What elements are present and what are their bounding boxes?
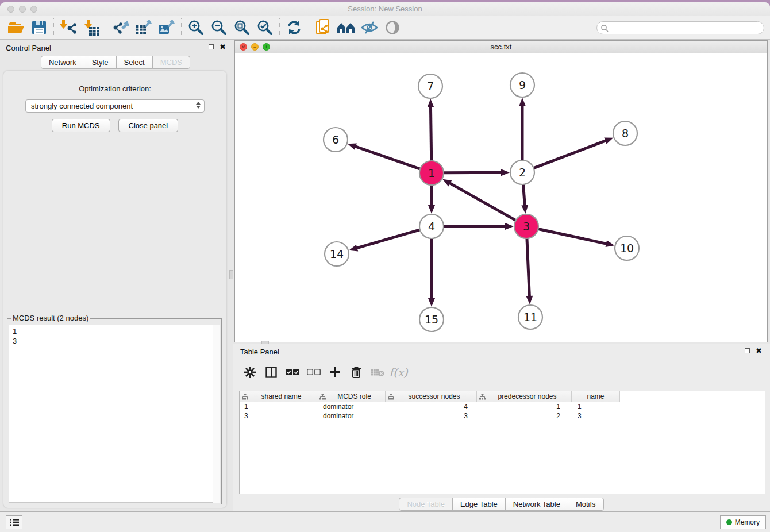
graph-edge-1-7[interactable] (430, 106, 431, 161)
graph-node-label: 10 (620, 242, 634, 255)
export-table-icon (135, 20, 152, 36)
export-table-button[interactable] (132, 17, 155, 38)
network-window-title: scc.txt (235, 43, 767, 51)
column-header-name[interactable]: name (572, 391, 620, 402)
network-view-window: ✕ − + scc.txt 7968124314101511 (234, 40, 768, 342)
table-header-row: shared nameMCDS rolesuccessor nodesprede… (240, 391, 765, 402)
column-header-shared-name[interactable]: shared name (240, 391, 317, 402)
tab-select[interactable]: Select (116, 56, 153, 69)
graph-edge-1-6[interactable] (355, 146, 420, 169)
tab-node-table[interactable]: Node Table (399, 498, 453, 511)
memory-button[interactable]: Memory (720, 515, 766, 529)
export-image-icon (158, 20, 175, 36)
result-scrollbar[interactable] (213, 325, 220, 503)
select-all-columns-button[interactable] (282, 363, 303, 382)
table-row[interactable]: 1dominator411 (240, 402, 765, 411)
mcds-result-textarea[interactable]: 1 3 (9, 325, 220, 503)
show-columns-button[interactable] (260, 363, 282, 382)
checked-boxes-icon (286, 369, 299, 376)
column-header-predecessor-nodes[interactable]: predecessor nodes (477, 391, 572, 402)
tab-style[interactable]: Style (84, 56, 117, 69)
table-row[interactable]: 3dominator323 (240, 411, 765, 421)
attribute-type-icon (388, 394, 394, 400)
save-session-button[interactable] (28, 17, 51, 38)
clone-network-button[interactable] (312, 17, 335, 38)
cell-predecessor-nodes[interactable]: 2 (477, 412, 572, 420)
stepper-icon (196, 102, 201, 109)
tab-mcds[interactable]: MCDS (152, 56, 190, 69)
toolbar-separator (53, 18, 54, 37)
export-image-button[interactable] (155, 17, 178, 38)
window-title: Session: New Session (0, 5, 770, 13)
table-panel-header: Table Panel ✖ (233, 344, 770, 360)
function-builder-button[interactable]: f(x) (388, 363, 409, 382)
hide-selected-button[interactable] (358, 17, 381, 38)
close-panel-icon[interactable]: ✖ (220, 44, 226, 50)
save-icon (32, 20, 47, 35)
import-table-button[interactable] (80, 17, 103, 38)
columns-icon (265, 367, 277, 378)
table-panel: Table Panel ✖ (233, 344, 770, 514)
open-session-button[interactable] (5, 17, 28, 38)
eye-icon (385, 20, 400, 35)
first-neighbors-button[interactable] (335, 17, 358, 38)
cell-MCDS-role[interactable]: dominator (317, 403, 386, 411)
delete-row-button[interactable] (345, 363, 367, 382)
panel-divider-handle[interactable] (229, 270, 233, 279)
graph-edge-1-2[interactable] (444, 172, 502, 173)
graph-edge-3-11[interactable] (527, 238, 530, 297)
graph-edge-3-1[interactable] (449, 183, 515, 221)
cell-predecessor-nodes[interactable]: 1 (477, 403, 572, 411)
edge-arrowhead (427, 99, 434, 107)
zoom-selected-button[interactable] (253, 17, 276, 38)
import-network-button[interactable] (57, 17, 80, 38)
import-table-icon (83, 20, 100, 36)
network-canvas[interactable]: 7968124314101511 (235, 53, 767, 342)
table-options-button[interactable] (239, 363, 260, 382)
cell-name[interactable]: 1 (572, 403, 620, 411)
close-table-panel-icon[interactable]: ✖ (756, 348, 762, 354)
zoom-out-icon (211, 20, 227, 36)
plus-icon (330, 367, 340, 377)
zoom-in-button[interactable] (184, 17, 207, 38)
memory-label: Memory (735, 518, 760, 526)
search-input[interactable] (609, 24, 764, 32)
float-table-panel-icon[interactable] (745, 348, 750, 353)
zoom-out-button[interactable] (207, 17, 230, 38)
close-panel-button[interactable]: Close panel (118, 119, 179, 132)
criterion-select[interactable]: strongly connected component (25, 99, 205, 113)
toolbar-separator (181, 18, 182, 37)
cell-successor-nodes[interactable]: 4 (386, 403, 477, 411)
column-header-successor-nodes[interactable]: successor nodes (386, 391, 477, 402)
graph-node-label: 6 (332, 133, 339, 146)
list-icon (10, 518, 19, 526)
add-row-button[interactable] (324, 363, 345, 382)
cell-successor-nodes[interactable]: 3 (386, 412, 477, 420)
tab-edge-table[interactable]: Edge Table (452, 498, 506, 511)
show-graphics-details-button[interactable] (381, 17, 404, 38)
cell-shared-name[interactable]: 3 (240, 412, 317, 420)
graph-edge-2-8[interactable] (534, 140, 607, 168)
attribute-type-icon (479, 394, 486, 400)
cell-name[interactable]: 3 (572, 412, 620, 420)
graph-edge-3-10[interactable] (538, 229, 607, 244)
tab-motifs[interactable]: Motifs (568, 498, 604, 511)
graph-edge-4-14[interactable] (356, 230, 420, 248)
export-network-button[interactable] (109, 17, 132, 38)
delete-table-icon (371, 368, 384, 377)
zoom-fit-button[interactable] (230, 17, 253, 38)
tab-network[interactable]: Network (41, 56, 84, 69)
float-panel-icon[interactable] (209, 44, 214, 49)
tab-network-table[interactable]: Network Table (505, 498, 568, 511)
graph-edge-2-3[interactable] (523, 184, 525, 206)
delete-table-button[interactable] (367, 363, 388, 382)
task-history-button[interactable] (6, 515, 22, 529)
run-mcds-button[interactable]: Run MCDS (52, 119, 110, 132)
column-header-MCDS-role[interactable]: MCDS role (317, 391, 386, 402)
refresh-view-button[interactable] (283, 17, 306, 38)
control-panel-header: Control Panel ✖ (0, 40, 232, 56)
unselect-all-columns-button[interactable] (303, 363, 324, 382)
clone-network-icon (315, 19, 332, 36)
cell-MCDS-role[interactable]: dominator (317, 412, 386, 420)
cell-shared-name[interactable]: 1 (240, 403, 317, 411)
